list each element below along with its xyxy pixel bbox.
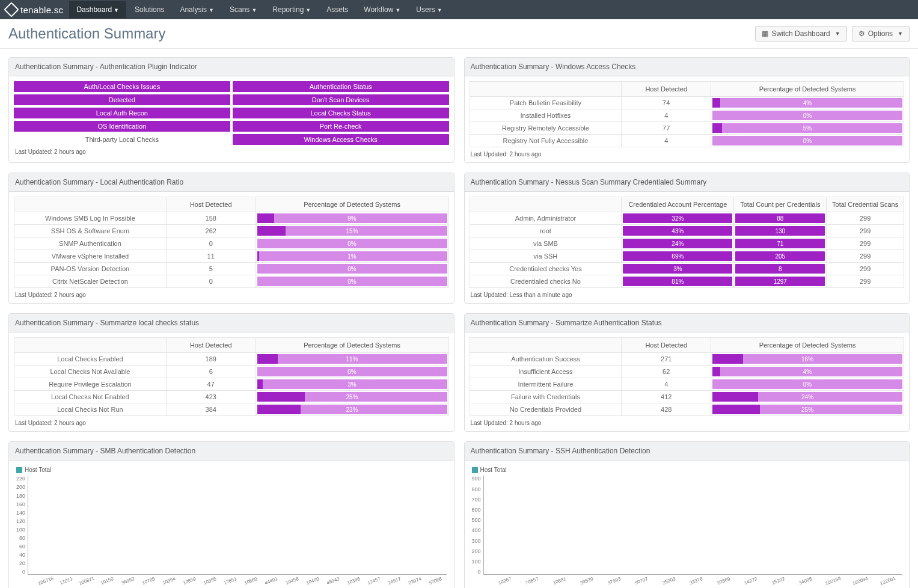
indicator-pill[interactable]: Port Re-check [233,121,449,132]
panel-title: Authentication Summary - Summarize local… [9,314,454,332]
panel-windows-access: Authentication Summary - Windows Access … [464,57,910,163]
table-row: Credentialed checks No 81% 1297 299 [470,275,904,288]
total-count: 1297 [735,277,825,286]
table-row: No Credentials Provided 428 25% [470,403,904,416]
table-row: Local Checks Not Available 6 0% [14,366,449,378]
navbar: tenable.sc Dashboard▼SolutionsAnalysis▼S… [0,0,918,19]
x-tick-label: 26917 [385,575,404,587]
total-scans: 299 [827,237,904,250]
row-label: Registry Remotely Accessible [470,122,622,135]
switch-dashboard-button[interactable]: ▦ Switch Dashboard ▼ [755,26,846,41]
row-label: Insufficient Access [470,366,622,378]
pct-bar: 3% [256,378,448,391]
indicator-pill[interactable]: Detected [14,94,230,105]
x-tick-label: 96982 [118,575,137,587]
last-updated: Last Updated: 2 hours ago [470,147,905,158]
nav-dashboard[interactable]: Dashboard▼ [69,1,126,18]
x-tick-label: 17651 [221,575,240,587]
nav-assets[interactable]: Assets [319,1,355,18]
table-row: Intermittent Failure 4 0% [470,378,904,391]
table-row: Credentialed checks Yes 3% 8 299 [470,263,904,275]
host-count: 0 [166,275,256,288]
host-count: 62 [622,366,711,378]
panel-title: Authentication Summary - Summarize Authe… [465,314,910,332]
row-label: VMware vSphere Installed [14,250,167,263]
row-label: Failure with Credentials [470,391,622,403]
table-row: Registry Not Fully Accessible 4 0% [470,135,904,147]
panel-local-ratio: Authentication Summary - Local Authentic… [8,173,454,304]
host-count: 11 [166,250,256,263]
row-label: Intermittent Failure [470,378,622,391]
indicator-pill[interactable]: Authentication Status [233,81,449,92]
pct-bar: 9% [256,212,448,225]
cred-pct: 32% [623,213,732,223]
host-count: 158 [166,212,256,225]
row-label: Citrix NetScaler Detection [14,275,167,288]
host-count: 0 [166,237,256,250]
nav-scans[interactable]: Scans▼ [222,1,264,18]
nav-users[interactable]: Users▼ [409,1,449,18]
total-scans: 299 [827,250,904,263]
last-updated: Last Updated: 2 hours ago [14,416,449,426]
pct-bar: 0% [256,237,448,250]
table-row: root 43% 130 299 [470,225,904,237]
pct-bar: 25% [256,391,448,403]
chevron-down-icon: ▼ [898,31,903,37]
table-row: Insufficient Access 62 4% [470,366,904,378]
host-count: 4 [622,135,711,147]
cred-pct: 43% [623,226,732,236]
pct-bar: 4% [711,366,904,378]
indicator-pill[interactable]: Auth/Local Checks Issues [14,81,230,92]
indicator-pill[interactable]: Windows Access Checks [233,134,449,145]
total-count: 130 [735,226,825,236]
row-label: via SMB [470,237,622,250]
smb-bar-chart: Host Total 22020018016014012010080604020… [14,465,449,586]
pct-bar: 0% [711,135,904,147]
last-updated: Last Updated: 2 hours ago [470,416,905,426]
nav-analysis[interactable]: Analysis▼ [173,1,221,18]
table-row: Installed Hotfixes 4 0% [470,109,904,122]
panel-title: Authentication Summary - Nessus Scan Sum… [465,173,910,192]
y-axis: 220200180160140120100806040200 [16,476,28,575]
options-button[interactable]: ⚙ Options ▼ [852,26,910,41]
x-tick-label: 106716 [36,575,55,587]
x-tick-label: 11457 [364,575,384,587]
indicator-pill[interactable]: OS Identification [14,121,230,132]
page-header: Authentication Summary ▦ Switch Dashboar… [0,19,918,49]
nav-solutions[interactable]: Solutions [127,1,171,18]
indicator-pill[interactable]: Local Checks Status [233,108,449,118]
nav-reporting[interactable]: Reporting▼ [265,1,318,18]
host-count: 189 [166,353,256,366]
pct-bar: 5% [711,122,904,135]
row-label: via SSH [470,250,622,263]
row-label: Admin, Administrator [470,212,622,225]
panel-title: Authentication Summary - SSH Authenticat… [465,442,910,461]
grid-icon: ▦ [762,29,768,38]
table-row: PAN-OS Version Detection 5 0% [14,263,449,275]
row-label: No Credentials Provided [470,403,622,416]
row-label: Patch Bulletin Feasibility [470,97,622,109]
chart-legend: Host Total [16,467,447,473]
table-row: Authentication Success 271 16% [470,353,904,366]
row-label: Credentialed checks No [470,275,622,288]
nav-workflow[interactable]: Workflow▼ [356,1,408,18]
panel-plugin-indicator: Authentication Summary - Authentication … [8,57,454,163]
brand-logo[interactable]: tenable.sc [6,4,63,15]
pct-bar: 11% [256,353,448,366]
gear-icon: ⚙ [858,29,865,38]
chevron-down-icon: ▼ [305,7,311,13]
x-tick-label: 10859 [180,575,199,587]
indicator-pill[interactable]: Third-party Local Checks [14,134,230,145]
cred-pct: 24% [623,239,732,248]
panel-auth-status: Authentication Summary - Summarize Authe… [464,313,910,432]
pct-bar: 4% [711,97,904,109]
table-row: via SMB 24% 71 299 [470,237,904,250]
table-row: Citrix NetScaler Detection 0 0% [14,275,449,288]
host-count: 423 [166,391,256,403]
x-tick-label: 100871 [77,575,96,587]
nav-items: Dashboard▼SolutionsAnalysis▼Scans▼Report… [69,1,449,18]
x-tick-label: 44401 [262,575,281,587]
indicator-pill[interactable]: Local Auth Recon [14,108,230,118]
indicator-pill[interactable]: Don't Scan Devices [233,94,449,105]
host-count: 4 [622,109,711,122]
